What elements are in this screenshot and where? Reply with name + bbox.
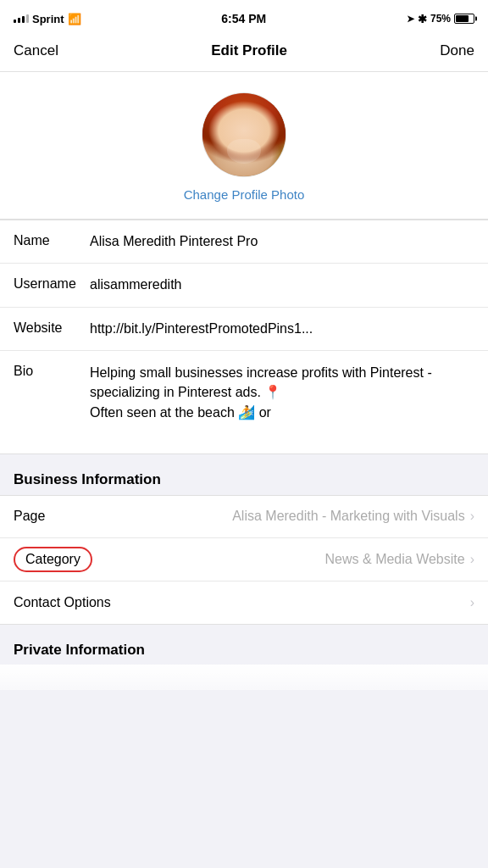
status-right: ➤ ✱ 75%	[407, 13, 474, 25]
change-photo-button[interactable]: Change Profile Photo	[184, 187, 305, 202]
username-row: Username	[0, 264, 488, 307]
status-left: Sprint 📶	[14, 13, 81, 25]
page-title: Edit Profile	[211, 42, 287, 59]
status-bar: Sprint 📶 6:54 PM ➤ ✱ 75%	[0, 0, 488, 34]
done-button[interactable]: Done	[440, 42, 474, 59]
business-section-title: Business Information	[14, 471, 161, 487]
username-input[interactable]	[90, 275, 474, 294]
category-label: Category	[25, 552, 80, 567]
battery-percent: 75%	[430, 13, 451, 25]
username-label: Username	[14, 275, 90, 292]
name-input[interactable]	[90, 232, 474, 251]
contact-options-row[interactable]: Contact Options ›	[0, 581, 488, 624]
bio-label: Bio	[14, 363, 90, 379]
category-value: News & Media Website	[325, 552, 465, 567]
page-row[interactable]: Page Alisa Meredith - Marketing with Vis…	[0, 496, 488, 538]
private-section-header: Private Information	[0, 625, 488, 665]
website-label: Website	[14, 320, 90, 336]
cancel-button[interactable]: Cancel	[14, 42, 58, 59]
form-section: Name Username Website Bio Helping small …	[0, 220, 488, 454]
private-section-title: Private Information	[14, 642, 145, 658]
category-row-right: News & Media Website ›	[325, 552, 474, 567]
carrier-label: Sprint	[32, 13, 64, 25]
business-section: Page Alisa Meredith - Marketing with Vis…	[0, 495, 488, 625]
profile-photo-section: Change Profile Photo	[0, 72, 488, 220]
location-icon: ➤	[407, 14, 414, 25]
avatar-image	[202, 93, 286, 176]
contact-options-chevron-icon: ›	[470, 595, 474, 610]
nav-bar: Cancel Edit Profile Done	[0, 34, 488, 72]
wifi-icon: 📶	[68, 13, 81, 25]
business-section-header: Business Information	[0, 454, 488, 495]
battery-icon	[454, 14, 474, 24]
signal-bars-icon	[14, 14, 29, 23]
page-row-right: Alisa Meredith - Marketing with Visuals …	[232, 509, 474, 524]
bottom-fade	[0, 665, 488, 690]
avatar[interactable]	[202, 92, 286, 177]
page-label: Page	[14, 509, 45, 524]
bluetooth-icon: ✱	[418, 13, 427, 25]
page-chevron-icon: ›	[470, 509, 474, 524]
bio-row: Bio Helping small businesses increase pr…	[0, 351, 488, 453]
name-row: Name	[0, 220, 488, 264]
status-time: 6:54 PM	[221, 12, 266, 25]
contact-options-label: Contact Options	[14, 595, 111, 610]
website-input[interactable]	[90, 320, 474, 338]
category-chevron-icon: ›	[470, 552, 474, 567]
bio-input[interactable]: Helping small businesses increase profit…	[90, 363, 474, 442]
page-value: Alisa Meredith - Marketing with Visuals	[232, 509, 464, 524]
website-row: Website	[0, 308, 488, 351]
contact-options-row-right: ›	[470, 595, 474, 610]
name-label: Name	[14, 232, 90, 248]
category-label-wrapper: Category	[14, 547, 92, 572]
category-row[interactable]: Category News & Media Website ›	[0, 538, 488, 581]
